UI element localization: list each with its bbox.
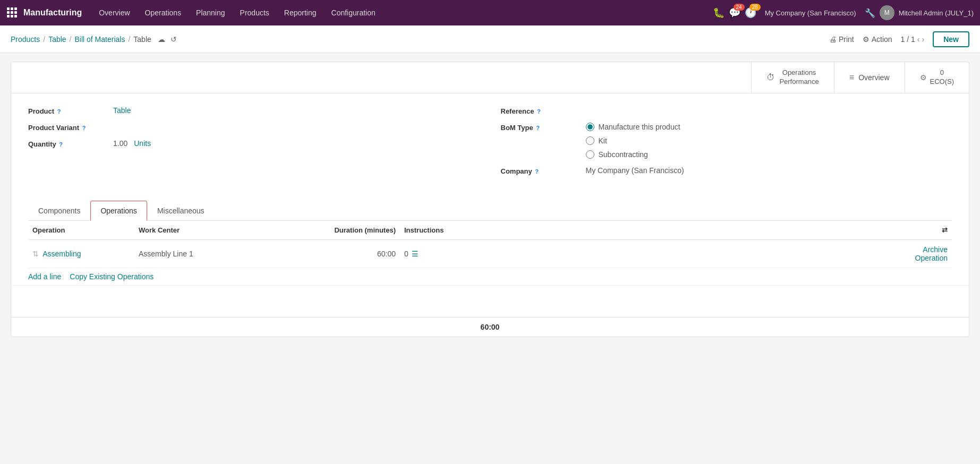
menu-icon: ≡ [849, 73, 854, 82]
settings-icon[interactable]: 🔧 [865, 8, 875, 18]
column-settings-icon[interactable]: ⇄ [942, 226, 948, 234]
archive-operation-button[interactable]: Archive Operation [915, 245, 948, 262]
tab-miscellaneous[interactable]: Miscellaneous [147, 201, 215, 221]
col-work-center: Work Center [134, 221, 267, 240]
product-variant-field-row: Product Variant ? [28, 123, 480, 132]
company-label: Company ? [501, 166, 586, 175]
operation-value[interactable]: Assembling [42, 250, 81, 258]
bom-radio-kit[interactable] [586, 136, 594, 145]
quantity-label: Quantity ? [28, 139, 113, 148]
user-name: Mitchell Admin (JULY_1) [899, 9, 974, 17]
print-button[interactable]: 🖨 Print [829, 35, 854, 44]
drag-handle-icon[interactable]: ⇅ [32, 250, 39, 258]
breadcrumb-bar: Products / Table / Bill of Materials / T… [0, 25, 980, 53]
form-right: Reference ? BoM Type ? [480, 106, 952, 183]
page-navigation: 1 / 1 ‹ › [901, 35, 925, 44]
clock-icon: ⏱ [766, 73, 775, 82]
table-row: ⇅ Assembling Assembly Line 1 60:00 0 [28, 239, 952, 268]
company-help-icon[interactable]: ? [535, 168, 539, 175]
tab-operations[interactable]: Operations [90, 201, 147, 221]
bom-option-kit: Kit [586, 136, 680, 145]
tab-operations-performance[interactable]: ⏱ OperationsPerformance [751, 62, 833, 93]
company-field-row: Company ? My Company (San Francisco) [501, 166, 952, 175]
bom-type-field-row: BoM Type ? Manufacture this product Kit [501, 123, 952, 159]
prev-page-button[interactable]: ‹ [917, 35, 920, 44]
ecos-gear-icon: ⚙ [920, 73, 927, 82]
svg-rect-1 [11, 7, 13, 10]
cell-work-center[interactable]: Assembly Line 1 [134, 239, 267, 268]
tab-overview[interactable]: ≡ Overview [834, 62, 905, 93]
bom-radio-manufacture[interactable] [586, 123, 594, 131]
form-fields-row: Product ? Table Product Variant ? [28, 106, 952, 183]
form-card: ⏱ OperationsPerformance ≡ Overview ⚙ 0EC… [11, 62, 969, 337]
nav-products[interactable]: Products [234, 5, 276, 20]
tab-components[interactable]: Components [28, 201, 90, 221]
quantity-field-row: Quantity ? 1.00 Units [28, 139, 480, 148]
new-button[interactable]: New [933, 31, 969, 47]
quantity-value: 1.00 Units [113, 139, 151, 148]
gear-icon: ⚙ [863, 35, 870, 44]
col-instructions: Instructions [400, 221, 911, 240]
product-field-row: Product ? Table [28, 106, 480, 115]
bom-option-manufacture: Manufacture this product [586, 123, 680, 131]
reference-help-icon[interactable]: ? [537, 108, 541, 115]
col-duration: Duration (minutes) [267, 221, 400, 240]
main-content: ⏱ OperationsPerformance ≡ Overview ⚙ 0EC… [0, 53, 980, 346]
breadcrumb-bom[interactable]: Bill of Materials [75, 35, 125, 44]
bom-type-label: BoM Type ? [501, 123, 586, 132]
nav-overview[interactable]: Overview [92, 5, 136, 20]
bom-type-help-icon[interactable]: ? [536, 125, 540, 131]
breadcrumb-icons: ☁ ↺ [158, 35, 177, 44]
col-operation: Operation [28, 221, 134, 240]
printer-icon: 🖨 [829, 35, 837, 44]
activities-icon[interactable]: 🕐 28 [745, 7, 756, 19]
table-actions: Add a line Copy Existing Operations [28, 272, 952, 281]
add-line-button[interactable]: Add a line [28, 272, 61, 281]
breadcrumb-table2: Table [133, 35, 151, 44]
breadcrumb-products[interactable]: Products [11, 35, 40, 44]
svg-rect-4 [11, 11, 13, 14]
breadcrumb-table1[interactable]: Table [48, 35, 66, 44]
cloud-upload-icon[interactable]: ☁ [158, 35, 165, 44]
product-value[interactable]: Table [113, 106, 131, 115]
nav-reporting[interactable]: Reporting [278, 5, 323, 20]
svg-rect-2 [14, 7, 17, 10]
cell-operation: ⇅ Assembling [28, 239, 134, 268]
next-page-button[interactable]: › [922, 35, 925, 44]
product-variant-help-icon[interactable]: ? [82, 125, 86, 131]
bom-label-kit[interactable]: Kit [599, 136, 607, 145]
bom-radio-subcontracting[interactable] [586, 150, 594, 159]
form-top-tabs: ⏱ OperationsPerformance ≡ Overview ⚙ 0EC… [11, 62, 969, 93]
svg-rect-6 [7, 15, 10, 18]
bom-label-subcontracting[interactable]: Subcontracting [599, 150, 648, 159]
svg-rect-5 [14, 11, 17, 14]
company-name: My Company (San Francisco) [765, 9, 856, 17]
product-variant-label: Product Variant ? [28, 123, 113, 132]
refresh-icon[interactable]: ↺ [171, 35, 177, 44]
quantity-help-icon[interactable]: ? [59, 141, 63, 148]
bug-icon[interactable]: 🐛 [713, 7, 725, 19]
operations-table: Operation Work Center Duration (minutes)… [28, 221, 952, 268]
bom-label-manufacture[interactable]: Manufacture this product [599, 123, 680, 131]
bom-option-subcontracting: Subcontracting [586, 150, 680, 159]
reference-label: Reference ? [501, 106, 586, 115]
reference-field-row: Reference ? [501, 106, 952, 115]
copy-existing-button[interactable]: Copy Existing Operations [70, 272, 154, 281]
nav-planning[interactable]: Planning [190, 5, 232, 20]
instructions-list-icon[interactable]: ☰ [412, 250, 419, 258]
form-left: Product ? Table Product Variant ? [28, 106, 480, 183]
form-spacer [11, 285, 969, 317]
top-navigation: Manufacturing Overview Operations Planni… [0, 0, 980, 25]
app-grid-icon[interactable] [6, 7, 17, 19]
company-value[interactable]: My Company (San Francisco) [586, 166, 684, 175]
nav-configuration[interactable]: Configuration [325, 5, 382, 20]
product-help-icon[interactable]: ? [57, 108, 61, 115]
cell-archive: Archive Operation [911, 239, 952, 268]
user-avatar[interactable]: M [880, 5, 894, 20]
action-button[interactable]: ⚙ Action [863, 35, 892, 44]
messages-icon[interactable]: 💬 24 [729, 7, 740, 19]
tab-ecos[interactable]: ⚙ 0ECO(S) [905, 62, 969, 93]
form-body: Product ? Table Product Variant ? [11, 93, 969, 201]
cell-duration[interactable]: 60:00 [267, 239, 400, 268]
nav-operations[interactable]: Operations [139, 5, 188, 20]
